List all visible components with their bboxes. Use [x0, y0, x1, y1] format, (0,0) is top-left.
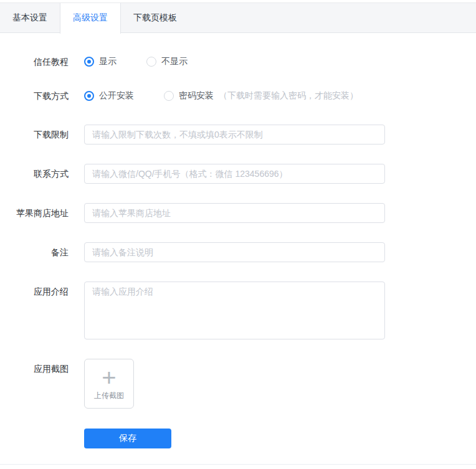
radio-hide-label: 不显示: [161, 56, 188, 67]
apple-store-label: 苹果商店地址: [0, 203, 69, 223]
tab-basic-settings[interactable]: 基本设置: [0, 3, 60, 32]
radio-checked-icon: [84, 57, 94, 67]
app-intro-textarea[interactable]: [84, 282, 385, 339]
radio-public-install-label: 公开安装: [99, 90, 134, 102]
remark-input[interactable]: [84, 242, 385, 262]
download-method-row: 下载方式 公开安装 密码安装 （下载时需要输入密码，才能安装）: [0, 90, 476, 102]
download-method-label: 下载方式: [0, 90, 69, 102]
contact-input[interactable]: [84, 164, 385, 184]
radio-password-install[interactable]: 密码安装: [164, 90, 214, 102]
save-row: 保存: [0, 429, 476, 448]
app-intro-row: 应用介绍: [0, 282, 476, 339]
advanced-settings-page: 基本设置 高级设置 下载页模板 信任教程 显示 不显示 下载方式: [0, 0, 476, 469]
app-screenshot-label: 应用截图: [0, 359, 69, 374]
tab-bar: 基本设置 高级设置 下载页模板: [0, 2, 476, 33]
apple-store-input[interactable]: [84, 203, 385, 223]
download-limit-row: 下载限制: [0, 125, 476, 144]
password-install-hint: （下载时需要输入密码，才能安装）: [219, 90, 358, 102]
radio-password-install-label: 密码安装: [179, 90, 214, 102]
radio-unchecked-icon: [146, 57, 156, 67]
tab-advanced-settings[interactable]: 高级设置: [60, 3, 121, 34]
trust-tutorial-label: 信任教程: [0, 56, 69, 67]
trust-tutorial-options: 显示 不显示: [84, 56, 217, 67]
radio-show[interactable]: 显示: [84, 56, 117, 67]
download-limit-input[interactable]: [84, 125, 385, 144]
radio-checked-icon: [84, 91, 94, 101]
apple-store-row: 苹果商店地址: [0, 203, 476, 223]
plus-icon: +: [102, 367, 116, 387]
app-screenshot-row: 应用截图 + 上传截图: [0, 359, 476, 409]
radio-unchecked-icon: [164, 91, 174, 101]
bottom-divider: [0, 464, 476, 465]
app-intro-label: 应用介绍: [0, 282, 69, 297]
download-method-options: 公开安装 密码安装 （下载时需要输入密码，才能安装）: [84, 90, 358, 102]
radio-public-install[interactable]: 公开安装: [84, 90, 134, 102]
upload-screenshot-button[interactable]: + 上传截图: [84, 359, 134, 409]
remark-row: 备注: [0, 242, 476, 262]
settings-form: 信任教程 显示 不显示 下载方式 公开安装: [0, 33, 476, 448]
tab-download-page-template[interactable]: 下载页模板: [121, 3, 189, 32]
remark-label: 备注: [0, 242, 69, 262]
trust-tutorial-row: 信任教程 显示 不显示: [0, 56, 476, 67]
contact-row: 联系方式: [0, 164, 476, 184]
radio-show-label: 显示: [99, 56, 117, 67]
contact-label: 联系方式: [0, 164, 69, 184]
upload-screenshot-text: 上传截图: [94, 391, 124, 401]
save-button[interactable]: 保存: [84, 429, 171, 448]
radio-hide[interactable]: 不显示: [146, 56, 188, 67]
download-limit-label: 下载限制: [0, 125, 69, 144]
